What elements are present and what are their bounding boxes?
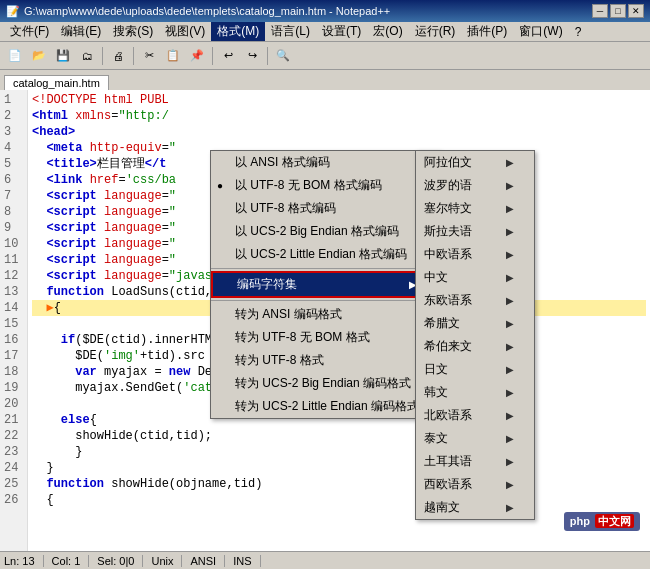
code-line: <script language=" xyxy=(32,220,646,236)
menu-edit[interactable]: 编辑(E) xyxy=(55,22,107,41)
code-line: showHide(ctid,tid); xyxy=(32,428,646,444)
toolbar: 📄 📂 💾 🗂 🖨 ✂ 📋 📌 ↩ ↪ 🔍 xyxy=(0,42,650,70)
toolbar-sep-1 xyxy=(102,47,103,65)
code-line: <script language=" xyxy=(32,252,646,268)
code-line: function showHide(objname,tid) xyxy=(32,476,646,492)
code-line: } xyxy=(32,444,646,460)
status-line: Ln: 13 xyxy=(4,555,44,567)
code-line: if($DE(ctid).innerHTML.length < 10){ xyxy=(32,332,646,348)
code-area[interactable]: <!DOCTYPE html PUBL <html xmlns="http:/ … xyxy=(28,90,650,551)
new-button[interactable]: 📄 xyxy=(4,45,26,67)
code-line: <link href='css/ba xyxy=(32,172,646,188)
maximize-button[interactable]: □ xyxy=(610,4,626,18)
code-line: <script language=" xyxy=(32,236,646,252)
code-line: myajax.SendGet('catalog_do.php?dopost=Ge… xyxy=(32,380,646,396)
menu-macro[interactable]: 宏(O) xyxy=(367,22,408,41)
status-sel: Sel: 0|0 xyxy=(97,555,143,567)
close-button[interactable]: ✕ xyxy=(628,4,644,18)
copy-button[interactable]: 📋 xyxy=(162,45,184,67)
title-bar-left: 📝 G:\wamp\www\dede\uploads\dede\templets… xyxy=(6,5,390,18)
open-button[interactable]: 📂 xyxy=(28,45,50,67)
window-title: G:\wamp\www\dede\uploads\dede\templets\c… xyxy=(24,5,390,17)
app-icon: 📝 xyxy=(6,5,20,18)
cut-button[interactable]: ✂ xyxy=(138,45,160,67)
find-button[interactable]: 🔍 xyxy=(272,45,294,67)
toolbar-sep-3 xyxy=(212,47,213,65)
print-button[interactable]: 🖨 xyxy=(107,45,129,67)
status-eol: Unix xyxy=(151,555,182,567)
status-bar: Ln: 13 Col: 1 Sel: 0|0 Unix ANSI INS xyxy=(0,551,650,569)
code-line: <script language=" xyxy=(32,204,646,220)
code-line: <script language=" xyxy=(32,188,646,204)
menu-format[interactable]: 格式(M) xyxy=(211,22,265,41)
code-line: var myajax = new DedeAjax($DE(ctid)); xyxy=(32,364,646,380)
menu-run[interactable]: 运行(R) xyxy=(409,22,462,41)
tab-bar: catalog_main.htm xyxy=(0,70,650,90)
title-bar-buttons[interactable]: ─ □ ✕ xyxy=(592,4,644,18)
undo-button[interactable]: ↩ xyxy=(217,45,239,67)
menu-file[interactable]: 文件(F) xyxy=(4,22,55,41)
code-line xyxy=(32,316,646,332)
code-line: $DE('img'+tid).src = 'images/dedecontrac… xyxy=(32,348,646,364)
menu-window[interactable]: 窗口(W) xyxy=(513,22,568,41)
code-line: } xyxy=(32,460,646,476)
menu-bar: 文件(F) 编辑(E) 搜索(S) 视图(V) 格式(M) 语言(L) 设置(T… xyxy=(0,22,650,42)
file-tab[interactable]: catalog_main.htm xyxy=(4,75,109,90)
toolbar-sep-2 xyxy=(133,47,134,65)
minimize-button[interactable]: ─ xyxy=(592,4,608,18)
editor-container: 12345 678910 1112131415 1617181920 21222… xyxy=(0,90,650,551)
line-numbers: 12345 678910 1112131415 1617181920 21222… xyxy=(0,90,28,551)
menu-settings[interactable]: 设置(T) xyxy=(316,22,367,41)
code-line: ▶{ xyxy=(32,300,646,316)
code-line xyxy=(32,396,646,412)
menu-help[interactable]: ? xyxy=(569,24,588,40)
title-bar: 📝 G:\wamp\www\dede\uploads\dede\templets… xyxy=(0,0,650,22)
menu-plugins[interactable]: 插件(P) xyxy=(461,22,513,41)
code-line: function LoadSuns(ctid,tid) xyxy=(32,284,646,300)
code-line: <!DOCTYPE html PUBL xyxy=(32,92,646,108)
code-line: <html xmlns="http:/ xyxy=(32,108,646,124)
status-encoding: ANSI xyxy=(190,555,225,567)
status-ins: INS xyxy=(233,555,260,567)
code-line: else{ xyxy=(32,412,646,428)
code-line: <meta http-equiv=" xyxy=(32,140,646,156)
save-all-button[interactable]: 🗂 xyxy=(76,45,98,67)
code-line: { xyxy=(32,492,646,508)
toolbar-sep-4 xyxy=(267,47,268,65)
redo-button[interactable]: ↪ xyxy=(241,45,263,67)
save-button[interactable]: 💾 xyxy=(52,45,74,67)
paste-button[interactable]: 📌 xyxy=(186,45,208,67)
code-line: <script language="javascript"> xyxy=(32,268,646,284)
menu-search[interactable]: 搜索(S) xyxy=(107,22,159,41)
code-line: <head> xyxy=(32,124,646,140)
tab-label: catalog_main.htm xyxy=(13,77,100,89)
menu-language[interactable]: 语言(L) xyxy=(265,22,316,41)
menu-view[interactable]: 视图(V) xyxy=(159,22,211,41)
status-col: Col: 1 xyxy=(52,555,90,567)
code-line: <title>栏目管理</t xyxy=(32,156,646,172)
